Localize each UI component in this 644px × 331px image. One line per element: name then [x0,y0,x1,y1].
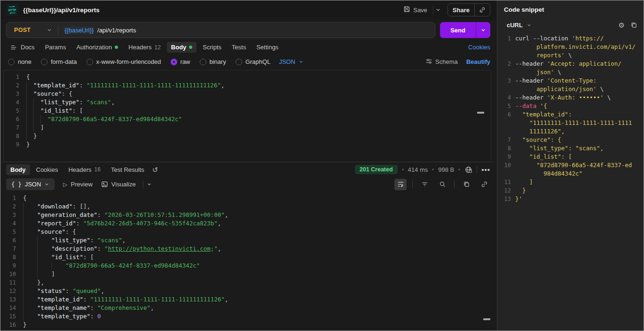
response-tab-body[interactable]: Body [6,164,30,175]
visualize-image-icon [101,181,108,188]
code-line: 13"template_id": "11111111-1111-1111-111… [0,295,497,304]
snippet-settings-icon[interactable]: ⚙ [619,22,625,29]
body-mode-form-data[interactable]: form-data [41,58,77,65]
indent-guide [23,219,37,228]
snippet-code[interactable]: 1curl --location 'https:// platform.invi… [504,34,638,203]
save-options-chevron[interactable] [433,5,443,15]
request-body-editor[interactable]: 1{2"template_id": "11111111-1111-1111-11… [3,70,491,162]
preview-tab[interactable]: ▷ Preview [63,181,92,188]
share-label: Share [448,7,474,14]
tab-label: Tests [232,44,246,51]
response-view-select[interactable]: { } JSON [6,178,55,190]
code-token: "status" [37,287,65,295]
tab-docs[interactable]: Docs [6,42,39,53]
snippet-copy-icon[interactable] [630,22,637,29]
link-response-icon[interactable] [478,179,490,190]
response-status-badge[interactable]: 201 Created [355,165,398,174]
response-tab-test-results[interactable]: Test Results [107,164,149,175]
snippet-language-select[interactable]: cURL [504,22,532,29]
tab-params[interactable]: Params [41,42,71,53]
line-number: 11 [0,278,23,287]
line-number [504,43,515,51]
request-editor-scrollbar[interactable] [477,112,484,114]
tab-scripts[interactable]: Scripts [198,42,226,53]
tab-settings[interactable]: Settings [252,42,283,53]
code-token: "description" [51,245,97,253]
divider [454,181,455,188]
visualize-chevron-icon[interactable] [147,182,152,187]
code-token: ] [515,178,533,186]
code-line: platform.invicti.com/api/v1/ [504,43,638,51]
indent-guide [33,107,40,115]
code-token: : [97,245,104,253]
code-token: "11111111-1111-1111-1111-111111111126" [90,295,225,304]
line-number: 4 [504,93,515,102]
app-window: HTTP {{baseUrl}}/api/v1/reports Save [0,0,644,331]
response-more-menu[interactable]: ••• [481,166,490,174]
save-label: Save [413,7,427,14]
code-line: 9"872d8790-66a5-424f-8337-ed984d84342c" [0,262,497,270]
copy-response-icon[interactable] [460,179,472,190]
body-mode-x-www-form-urlencoded[interactable]: x-www-form-urlencoded [86,58,161,65]
body-mode-none[interactable]: none [8,58,31,65]
cookies-link[interactable]: Cookies [468,44,490,51]
body-mode-raw[interactable]: raw [171,58,190,65]
code-token: "template_id": [515,110,572,119]
code-token: , [111,98,115,107]
indent-guide [23,245,37,253]
code-token: "id_list" [51,253,83,262]
tab-authorization[interactable]: Authorization [72,42,122,53]
tab-headers[interactable]: Headers12 [124,42,165,53]
code-token: "list_type" [40,98,79,107]
code-line: 2--header 'Accept: application/ [504,60,638,68]
code-snippet-title: Code snippet [504,6,638,13]
code-token: : [ [72,107,83,115]
indent-guide [23,287,37,295]
response-url-link[interactable]: http://python.testinvicti.com [108,245,211,253]
share-link-icon[interactable] [474,4,490,16]
response-history-icon[interactable]: ↺ [152,166,158,173]
code-token: "template_id" [33,81,79,90]
beautify-button[interactable]: Beautify [466,58,490,65]
indent-guide [23,228,37,236]
code-line: 14"template_name": "Comprehensive", [0,304,497,312]
code-token: { [26,73,30,81]
code-line: 6 "template_id": [504,110,638,119]
response-body-editor[interactable]: 1{2"download": [],3"generation_date": "2… [0,192,497,331]
response-tab-headers[interactable]: Headers16 [64,164,105,175]
http-request-icon: HTTP [6,4,18,16]
schema-button[interactable]: Schema [425,58,458,66]
filter-icon[interactable] [418,179,431,190]
tab-tests[interactable]: Tests [228,42,250,53]
wrap-text-toggle[interactable] [394,179,407,190]
tab-body[interactable]: Body [167,42,197,53]
response-time[interactable]: 414 ms [408,166,428,173]
method-select[interactable]: POST [7,27,58,33]
indent-guide [23,211,37,219]
code-token: 0 [97,312,101,321]
body-language-select[interactable]: JSON [279,58,304,65]
code-token: \ [558,68,561,77]
response-tab-cookies[interactable]: Cookies [32,164,63,175]
network-globe-icon[interactable] [464,166,472,174]
code-token: 'Accept: application/ [547,60,621,68]
send-options-chevron[interactable] [476,22,490,38]
code-snippet-panel: Code snippet cURL ⚙ 1curl --location 'ht… [497,0,644,331]
code-token: "id_list": [ [515,153,572,161]
response-editor-scrollbar[interactable] [483,318,490,320]
share-button[interactable]: Share [448,3,490,16]
body-mode-graphql[interactable]: GraphQL [236,58,270,65]
url-input[interactable]: {{baseUrl}} /api/v1/reports [58,27,435,34]
request-title: {{baseUrl}}/api/v1/reports [23,7,100,14]
response-size[interactable]: 998 B [438,166,454,173]
visualize-tab[interactable]: Visualize [101,181,152,188]
code-line: 7"description": "http://python.testinvic… [0,245,497,253]
save-icon [403,6,410,14]
send-button[interactable]: Send [440,22,476,38]
preview-label: Preview [71,181,93,188]
line-number: 9 [0,262,23,270]
save-button[interactable]: Save [402,4,428,16]
search-icon[interactable] [436,179,448,190]
code-line: 16} [0,321,497,329]
body-mode-binary[interactable]: binary [200,58,226,65]
